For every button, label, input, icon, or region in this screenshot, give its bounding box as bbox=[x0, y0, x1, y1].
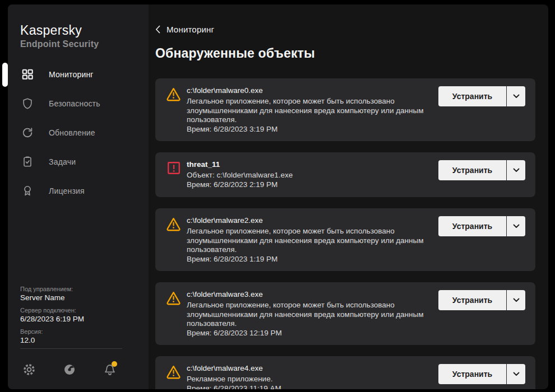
detection-card: threat_11 Объект: c:\folder\malware1.exe… bbox=[155, 152, 535, 197]
detection-time: Время: 6/28/2023 12:19 PM bbox=[187, 329, 524, 338]
resolve-dropdown-button[interactable] bbox=[507, 86, 525, 106]
resolve-split-button: Устранить bbox=[438, 364, 525, 384]
detection-card: c:\folder\malware2.exe Легальное приложе… bbox=[155, 208, 535, 271]
tasks-clipboard-icon bbox=[21, 156, 34, 168]
chevron-down-icon bbox=[513, 168, 520, 172]
sidebar-item-security[interactable]: Безопасность bbox=[8, 89, 149, 118]
warning-triangle-icon bbox=[166, 87, 181, 102]
sidebar-divider bbox=[20, 348, 122, 349]
resolve-split-button: Устранить bbox=[438, 86, 525, 106]
resolve-button[interactable]: Устранить bbox=[438, 160, 506, 180]
sidebar-item-label: Лицензия bbox=[49, 186, 85, 195]
resolve-dropdown-button[interactable] bbox=[507, 290, 525, 310]
sidebar: Kaspersky Endpoint Security Мониторинг bbox=[8, 4, 149, 389]
brand-logo: Kaspersky Endpoint Security bbox=[20, 24, 99, 49]
back-link[interactable]: Мониторинг bbox=[155, 25, 214, 34]
dashboard-icon bbox=[21, 68, 34, 81]
settings-gear-icon bbox=[22, 363, 36, 376]
chevron-left-icon bbox=[155, 25, 160, 34]
detection-time: Время: 6/28/2023 11:19 AM bbox=[187, 384, 524, 390]
sidebar-item-tasks[interactable]: Задачи bbox=[8, 147, 149, 176]
detection-time: Время: 6/28/2023 2:19 PM bbox=[187, 180, 524, 190]
resolve-button-label: Устранить bbox=[452, 296, 492, 305]
resolve-button[interactable]: Устранить bbox=[438, 364, 506, 384]
main-area: ? ✕ Мониторинг Обнаруженные объекты c:\f… bbox=[149, 4, 548, 389]
managed-by-value: Server Name bbox=[20, 293, 132, 302]
server-connected-value: 6/28/2023 6:19 PM bbox=[20, 315, 132, 323]
shield-icon bbox=[21, 97, 34, 110]
chevron-down-icon bbox=[513, 298, 520, 302]
sidebar-item-label: Безопасность bbox=[49, 99, 100, 108]
detection-time: Время: 6/28/2023 1:19 PM bbox=[187, 255, 524, 264]
settings-button[interactable] bbox=[21, 362, 37, 377]
brand-product: Endpoint Security bbox=[20, 39, 99, 49]
detections-list: c:\folder\malware0.exe Легальное приложе… bbox=[155, 78, 535, 389]
sidebar-item-label: Мониторинг bbox=[49, 70, 94, 79]
active-nav-indicator-pill bbox=[2, 63, 8, 87]
warning-triangle-icon bbox=[166, 291, 181, 306]
resolve-button[interactable]: Устранить bbox=[438, 290, 506, 310]
support-button[interactable] bbox=[62, 362, 77, 377]
sidebar-item-monitoring[interactable]: Мониторинг bbox=[8, 60, 149, 89]
resolve-button[interactable]: Устранить bbox=[438, 86, 506, 106]
sidebar-item-label: Обновление bbox=[49, 128, 95, 137]
sidebar-item-label: Задачи bbox=[49, 157, 76, 166]
notification-dot bbox=[112, 361, 117, 367]
detection-card: c:\folder\malware0.exe Легальное приложе… bbox=[155, 78, 535, 141]
brand-name: Kaspersky bbox=[20, 24, 99, 38]
resolve-button-label: Устранить bbox=[452, 222, 492, 231]
detection-card: c:\folder\malware3.exe Легальное приложе… bbox=[155, 282, 535, 345]
resolve-dropdown-button[interactable] bbox=[507, 216, 525, 236]
sync-icon bbox=[21, 127, 34, 139]
resolve-split-button: Устранить bbox=[438, 216, 525, 236]
managed-by-label: Под управлением: bbox=[20, 286, 132, 292]
critical-exclamation-icon bbox=[167, 161, 181, 175]
resolve-button-label: Устранить bbox=[452, 166, 492, 175]
sidebar-actions bbox=[8, 362, 149, 379]
resolve-button-label: Устранить bbox=[452, 92, 492, 101]
resolve-button-label: Устранить bbox=[452, 370, 492, 379]
page-title: Обнаруженные объекты bbox=[155, 46, 315, 61]
app-window: ? ✕ Мониторинг Обнаруженные объекты c:\f… bbox=[8, 4, 548, 389]
back-link-label: Мониторинг bbox=[166, 25, 214, 34]
chevron-down-icon bbox=[513, 94, 520, 99]
resolve-split-button: Устранить bbox=[438, 160, 525, 180]
server-connected-label: Сервер подключен: bbox=[20, 307, 132, 314]
warning-triangle-icon bbox=[166, 365, 181, 380]
server-info: Под управлением: Server Name Сервер подк… bbox=[20, 286, 132, 349]
sidebar-item-update[interactable]: Обновление bbox=[8, 118, 149, 147]
notifications-button[interactable] bbox=[102, 362, 118, 377]
version-value: 12.0 bbox=[20, 336, 132, 344]
detection-time: Время: 6/28/2023 3:19 PM bbox=[187, 125, 524, 134]
resolve-button[interactable]: Устранить bbox=[438, 216, 506, 236]
support-icon bbox=[63, 363, 76, 376]
version-label: Версия: bbox=[20, 328, 132, 335]
resolve-split-button: Устранить bbox=[438, 290, 525, 310]
chevron-down-icon bbox=[513, 372, 520, 376]
resolve-dropdown-button[interactable] bbox=[507, 364, 525, 384]
sidebar-item-license[interactable]: Лицензия bbox=[8, 176, 149, 206]
warning-triangle-icon bbox=[166, 217, 181, 232]
license-award-icon bbox=[21, 185, 34, 197]
resolve-dropdown-button[interactable] bbox=[507, 160, 525, 180]
sidebar-nav: Мониторинг Безопасность Обновление bbox=[8, 60, 149, 206]
chevron-down-icon bbox=[513, 224, 520, 228]
detection-card: c:\folder\malware4.exe Рекламное приложе… bbox=[155, 356, 535, 389]
